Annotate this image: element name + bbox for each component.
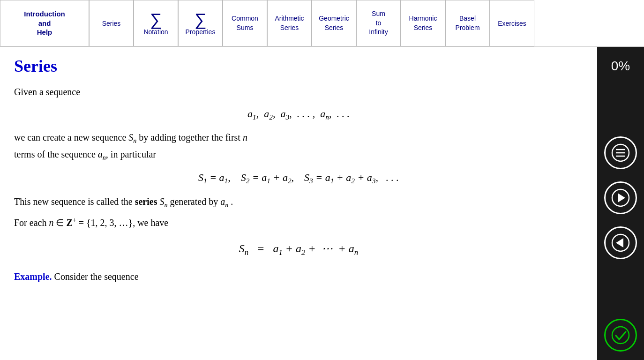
navigation-bar: Introduction and Help Series ∑ Notation … bbox=[0, 0, 644, 47]
sigma-icon-properties: ∑ bbox=[195, 11, 207, 28]
svg-point-8 bbox=[612, 327, 629, 344]
example-text: Consider the sequence bbox=[54, 271, 139, 282]
description-paragraph: we can create a new sequence Sn by addin… bbox=[14, 130, 583, 163]
menu-icon bbox=[611, 143, 630, 162]
nav-item-arithmetic[interactable]: Arithmetic Series bbox=[267, 0, 312, 46]
arithmetic-label: Arithmetic Series bbox=[275, 14, 304, 32]
nav-item-notation[interactable]: ∑ Notation bbox=[134, 0, 178, 46]
nav-item-sum-infinity[interactable]: Sum to Infinity bbox=[356, 0, 401, 46]
example-label: Example. bbox=[14, 271, 52, 282]
geometric-label: Geometric Series bbox=[319, 14, 349, 32]
general-formula: Sn = a1 + a2 + ⋯ + an bbox=[14, 242, 583, 257]
example-paragraph: Example. Consider the sequence bbox=[14, 269, 583, 284]
nav-item-geometric[interactable]: Geometric Series bbox=[312, 0, 356, 46]
series-description: This new sequence is called the series S… bbox=[14, 194, 583, 210]
sidebar-middle bbox=[604, 81, 637, 315]
basel-label: Basel Problem bbox=[455, 14, 479, 32]
nav-item-harmonic[interactable]: Harmonic Series bbox=[401, 0, 445, 46]
sigma-icon-notation: ∑ bbox=[150, 11, 162, 28]
nav-item-series[interactable]: Series bbox=[89, 0, 134, 46]
partial-sums: S1 = a1, S2 = a1 + a2, S3 = a1 + a2 + a3… bbox=[14, 172, 583, 185]
next-button[interactable] bbox=[604, 181, 637, 214]
intro-label: Introduction and Help bbox=[24, 9, 65, 37]
intro-text: Given a sequence bbox=[14, 84, 583, 99]
menu-button[interactable] bbox=[604, 136, 637, 169]
main-area: Series Given a sequence a1, a2, a3, . . … bbox=[0, 47, 644, 360]
nav-item-common-sums[interactable]: Common Sums bbox=[223, 0, 267, 46]
sequence-formula: a1, a2, a3, . . . , an, . . . bbox=[14, 108, 583, 121]
checkmark-icon bbox=[611, 326, 630, 345]
notation-label: Notation bbox=[143, 28, 168, 36]
page-title: Series bbox=[14, 56, 583, 76]
sidebar-bottom bbox=[604, 315, 637, 355]
prev-button[interactable] bbox=[604, 226, 637, 259]
arrow-left-icon bbox=[611, 233, 630, 252]
sum-infinity-label: Sum to Infinity bbox=[369, 9, 388, 37]
properties-label: Properties bbox=[186, 28, 216, 36]
content-area: Series Given a sequence a1, a2, a3, . . … bbox=[0, 47, 597, 360]
arrow-right-icon bbox=[611, 188, 630, 207]
sidebar-top: 0% bbox=[611, 52, 630, 81]
progress-percent: 0% bbox=[611, 52, 630, 81]
exercises-label: Exercises bbox=[498, 20, 526, 27]
series-label: Series bbox=[102, 20, 121, 27]
nav-item-properties[interactable]: ∑ Properties bbox=[178, 0, 223, 46]
nav-item-intro[interactable]: Introduction and Help bbox=[0, 0, 89, 46]
nav-item-exercises[interactable]: Exercises bbox=[490, 0, 534, 46]
svg-marker-7 bbox=[616, 238, 623, 248]
nav-item-basel[interactable]: Basel Problem bbox=[445, 0, 490, 46]
common-sums-label: Common Sums bbox=[232, 14, 258, 32]
svg-marker-5 bbox=[618, 193, 625, 202]
right-sidebar: 0% bbox=[597, 47, 644, 360]
check-button[interactable] bbox=[604, 319, 637, 352]
harmonic-label: Harmonic Series bbox=[409, 14, 437, 32]
for-each-n: For each n ∈ Z+ = {1, 2, 3, …}, we have bbox=[14, 215, 583, 230]
